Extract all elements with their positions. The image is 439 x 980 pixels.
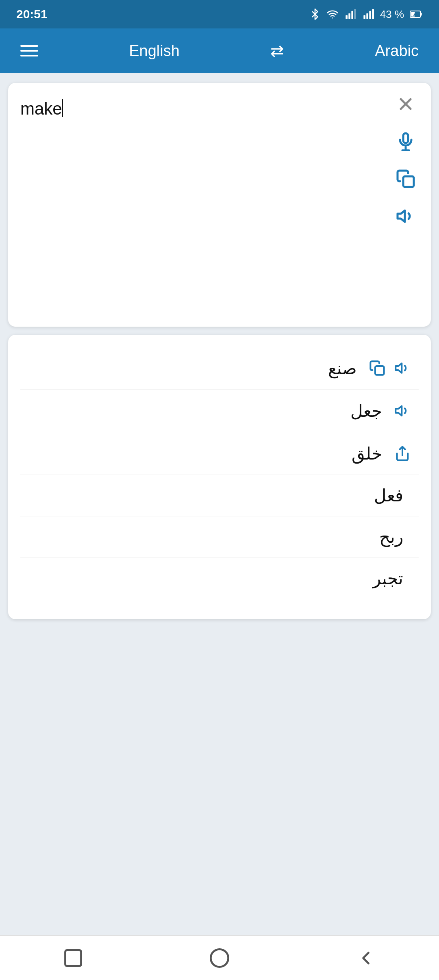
svg-rect-7 xyxy=(372,9,374,19)
translation-row-3: خلق xyxy=(20,432,419,475)
output-card: صنع xyxy=(8,335,431,619)
input-text[interactable]: make xyxy=(20,99,62,119)
speaker-translation-2-button[interactable] xyxy=(392,400,413,421)
svg-rect-5 xyxy=(366,13,368,19)
wifi-icon xyxy=(326,9,339,20)
translation-word-6: تجبر xyxy=(373,568,403,588)
svg-rect-0 xyxy=(346,15,348,19)
signal2-icon xyxy=(362,9,374,20)
translation-word-3: خلق xyxy=(352,444,382,464)
swap-languages-button[interactable]: ⇄ xyxy=(270,41,284,60)
source-language-label[interactable]: English xyxy=(129,42,180,60)
svg-rect-25 xyxy=(65,950,81,966)
translation-row-2: جعل xyxy=(20,390,419,432)
app-bar: English ⇄ Arabic xyxy=(0,28,439,73)
svg-rect-2 xyxy=(351,11,353,19)
svg-rect-9 xyxy=(420,13,422,16)
svg-rect-4 xyxy=(363,15,365,19)
microphone-button[interactable] xyxy=(393,128,419,154)
svg-marker-20 xyxy=(398,210,405,222)
target-language-label[interactable]: Arabic xyxy=(375,42,419,60)
svg-rect-1 xyxy=(348,13,350,19)
recent-button[interactable] xyxy=(57,942,89,974)
svg-marker-22 xyxy=(396,363,402,373)
translation-word-5: ربح xyxy=(379,527,403,547)
input-area[interactable]: make xyxy=(20,95,419,314)
translation-word-4: فعل xyxy=(374,486,403,505)
translation-icons-3 xyxy=(392,443,413,464)
svg-rect-3 xyxy=(354,9,356,19)
menu-button[interactable] xyxy=(20,45,38,56)
translation-row-1: صنع xyxy=(20,347,419,390)
main-content: make xyxy=(0,73,439,935)
back-button[interactable] xyxy=(350,942,382,974)
status-time: 20:51 xyxy=(16,7,48,21)
share-translation-button[interactable] xyxy=(392,443,413,464)
translation-row-5: ربح xyxy=(20,516,419,558)
translation-word-1: صنع xyxy=(328,358,357,378)
svg-marker-23 xyxy=(396,406,402,415)
battery-text: 43 % xyxy=(380,8,404,21)
home-button[interactable] xyxy=(203,942,236,974)
svg-rect-6 xyxy=(369,11,371,19)
copy-button[interactable] xyxy=(393,166,419,192)
translation-word-2: جعل xyxy=(350,401,382,421)
speaker-button[interactable] xyxy=(393,203,419,229)
battery-icon xyxy=(410,9,423,20)
translation-icons-1 xyxy=(367,358,413,379)
svg-rect-19 xyxy=(403,176,414,187)
input-card: make xyxy=(8,83,431,327)
svg-rect-21 xyxy=(375,366,384,375)
text-cursor xyxy=(62,99,63,117)
status-icons: 43 % xyxy=(309,8,423,21)
bluetooth-icon xyxy=(309,9,321,20)
signal-icon xyxy=(344,9,356,20)
input-actions xyxy=(393,91,419,229)
translation-icons-2 xyxy=(392,400,413,421)
copy-translation-1-button[interactable] xyxy=(367,358,388,379)
svg-point-26 xyxy=(211,949,228,967)
status-bar: 20:51 43 % xyxy=(0,0,439,28)
bottom-nav xyxy=(0,935,439,980)
translation-row-6: تجبر xyxy=(20,558,419,599)
translation-list: صنع xyxy=(20,347,419,599)
translation-row-4: فعل xyxy=(20,475,419,516)
clear-button[interactable] xyxy=(393,91,419,117)
speaker-translation-1-button[interactable] xyxy=(392,358,413,379)
svg-rect-16 xyxy=(403,133,408,143)
